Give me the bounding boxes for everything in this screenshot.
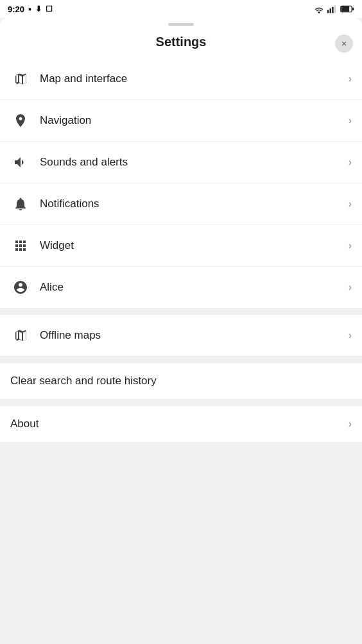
settings-group-main: Map and interface › Navigation › Sounds …: [0, 58, 362, 309]
svg-rect-5: [341, 6, 350, 12]
settings-header: Settings ×: [0, 28, 362, 58]
time-display: 9:20: [8, 4, 24, 14]
svg-rect-1: [330, 8, 331, 13]
notification-icon: ☐: [46, 4, 53, 13]
settings-group-offline: Offline maps ›: [0, 315, 362, 357]
about-chevron-icon: ›: [349, 418, 352, 430]
notifications-icon: [10, 194, 31, 214]
map-and-interface-label: Map and interface: [40, 72, 349, 85]
offline-maps-label: Offline maps: [40, 329, 349, 342]
status-bar: 9:20 ▪ ⬇ ☐: [0, 0, 362, 18]
clear-search-label: Clear search and route history: [10, 375, 157, 387]
sound-icon: [10, 152, 31, 173]
svg-rect-3: [334, 5, 336, 13]
navigation-icon: [10, 110, 31, 131]
gray-background: [0, 443, 362, 644]
map-chevron-icon: ›: [349, 73, 352, 85]
widget-icon: [10, 235, 31, 256]
widget-label: Widget: [40, 239, 349, 252]
clear-search-item[interactable]: Clear search and route history: [0, 363, 362, 400]
settings-item-navigation[interactable]: Navigation ›: [0, 100, 362, 142]
alice-chevron-icon: ›: [349, 282, 352, 293]
status-right: [313, 4, 354, 13]
sounds-chevron-icon: ›: [349, 157, 352, 168]
settings-item-map-and-interface[interactable]: Map and interface ›: [0, 58, 362, 100]
notifications-label: Notifications: [40, 198, 349, 210]
navigation-label: Navigation: [40, 114, 349, 127]
group-divider-1: [0, 309, 362, 315]
settings-item-notifications[interactable]: Notifications ›: [0, 183, 362, 225]
group-divider-2: [0, 357, 362, 363]
settings-item-offline-maps[interactable]: Offline maps ›: [0, 315, 362, 356]
battery-icon: [340, 5, 354, 13]
notifications-chevron-icon: ›: [349, 198, 352, 210]
svg-rect-0: [327, 10, 329, 13]
sounds-and-alerts-label: Sounds and alerts: [40, 156, 349, 169]
page-title: Settings: [156, 35, 207, 49]
about-label: About: [10, 418, 349, 430]
sheet-handle: [168, 23, 194, 26]
offline-maps-chevron-icon: ›: [349, 330, 352, 341]
wifi-icon: [313, 4, 325, 13]
svg-rect-2: [332, 7, 333, 13]
settings-item-alice[interactable]: Alice ›: [0, 267, 362, 308]
svg-rect-6: [352, 8, 354, 11]
widget-chevron-icon: ›: [349, 240, 352, 251]
group-divider-3: [0, 400, 362, 406]
about-item[interactable]: About ›: [0, 406, 362, 443]
battery-square-icon: ▪: [28, 4, 31, 14]
settings-item-sounds-and-alerts[interactable]: Sounds and alerts ›: [0, 142, 362, 183]
sheet-handle-container: [0, 18, 362, 28]
download-icon: ⬇: [35, 4, 42, 13]
alice-label: Alice: [40, 281, 349, 294]
alice-icon: [10, 277, 31, 298]
close-button[interactable]: ×: [335, 35, 353, 53]
map-icon: [10, 69, 31, 89]
signal-icon: [327, 4, 338, 13]
navigation-chevron-icon: ›: [349, 115, 352, 126]
settings-item-widget[interactable]: Widget ›: [0, 225, 362, 267]
offline-maps-icon: [10, 325, 31, 346]
status-left: 9:20 ▪ ⬇ ☐: [8, 4, 53, 14]
